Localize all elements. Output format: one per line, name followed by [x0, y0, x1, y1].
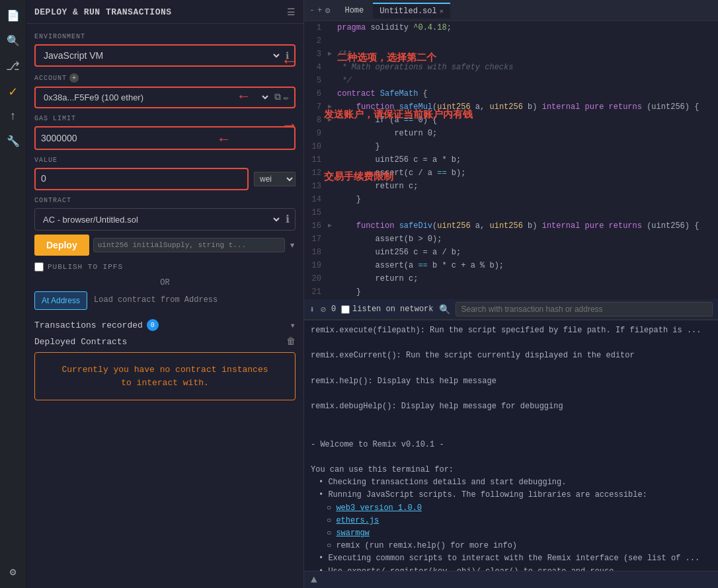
listen-checkbox[interactable] — [341, 305, 350, 314]
git-icon[interactable]: ⎇ — [3, 55, 24, 77]
gas-limit-box — [34, 126, 296, 150]
listen-network-row: listen on network — [341, 305, 433, 314]
transactions-expand-icon[interactable]: ▾ — [290, 320, 296, 331]
zoom-in-icon[interactable]: + — [317, 5, 323, 15]
settings-tab-icon[interactable]: ⚙ — [325, 5, 331, 16]
zoom-out-icon[interactable]: - — [309, 5, 315, 15]
right-panel: ← 二种选项，选择第二个 发送账户，请保证当前账户内有钱 → 交易手续费限制 -… — [304, 0, 718, 588]
tab-bar: - + ⚙ Home Untitled.sol ✕ — [304, 0, 718, 21]
environment-label: ENVIRONMENT — [34, 33, 296, 40]
terminal-line-blank6 — [311, 451, 711, 464]
contract-box: AC - browser/Untitled.sol ℹ — [34, 208, 296, 231]
deployed-label: Deployed Contracts — [34, 337, 127, 347]
code-line-4: 4 * Math operations with safety checks — [304, 61, 718, 74]
account-select[interactable]: 0x38a...F5Fe9 (100 ether) — [41, 92, 270, 103]
terminal-stop-icon[interactable]: ⊘ — [320, 304, 325, 315]
search-input[interactable] — [456, 302, 713, 316]
tab-home[interactable]: Home — [338, 3, 370, 18]
search-terminal-icon[interactable]: 🔍 — [439, 304, 450, 315]
file-icon[interactable]: 📄 — [3, 5, 24, 26]
code-line-21: 21 } — [304, 285, 718, 299]
account-row: 0x38a...F5Fe9 (100 ether) ⧉ ✏ — [41, 92, 289, 103]
terminal-count: 0 — [331, 305, 336, 314]
terminal[interactable]: remix.execute(filepath): Run the script … — [304, 320, 718, 571]
publish-checkbox[interactable] — [34, 262, 44, 272]
code-line-2: 2 — [304, 34, 718, 48]
deploy-panel: DEPLOY & RUN TRANSACTIONS ☰ ENVIRONMENT … — [26, 0, 304, 588]
at-address-button[interactable]: At Address — [34, 291, 87, 310]
terminal-download-icon[interactable]: ⬇ — [309, 304, 315, 315]
terminal-toolbar: ⬇ ⊘ 0 listen on network 🔍 — [304, 299, 718, 320]
code-editor[interactable]: 1 pragma solidity ^0.4.18; 2 3 ▶ /** 4 *… — [304, 21, 718, 299]
deploy-header: DEPLOY & RUN TRANSACTIONS ☰ — [26, 0, 303, 24]
panel-menu-icon[interactable]: ☰ — [287, 7, 296, 18]
value-label: VALUE — [34, 157, 296, 164]
account-icons: ⧉ ✏ — [274, 92, 289, 103]
tab-active[interactable]: Untitled.sol ✕ — [373, 3, 450, 18]
deployed-row: Deployed Contracts 🗑 — [34, 336, 296, 347]
deploy-button[interactable]: Deploy — [34, 235, 89, 256]
contract-select[interactable]: AC - browser/Untitled.sol — [40, 214, 282, 225]
contract-section: CONTRACT AC - browser/Untitled.sol ℹ — [34, 197, 296, 231]
terminal-line-blank2 — [311, 363, 711, 375]
code-line-5: 5 */ — [304, 74, 718, 87]
code-line-12: 12 assert(c / a == b); — [304, 166, 718, 180]
code-line-19: 19 assert(a == b * c + a % b); — [304, 259, 718, 272]
edit-icon[interactable]: ✏ — [284, 92, 289, 103]
account-plus-icon[interactable]: + — [69, 73, 79, 83]
swarmgw-link[interactable]: swarmgw — [336, 529, 369, 538]
terminal-line-blank4 — [311, 413, 711, 425]
code-line-14: 14 } — [304, 193, 718, 206]
terminal-line-execurrent: remix.exeCurrent(): Run the script curre… — [311, 349, 711, 362]
publish-label: PUBLISH TO IPFS — [48, 263, 123, 271]
code-line-18: 18 uint256 c = a / b; — [304, 246, 718, 259]
gas-limit-input[interactable] — [41, 131, 289, 145]
no-contracts-text: Currently you have no contract instances… — [61, 365, 268, 388]
terminal-line-blank3 — [311, 388, 711, 400]
code-line-13: 13 return c; — [304, 180, 718, 193]
code-line-11: 11 uint256 c = a * b; — [304, 153, 718, 166]
terminal-line-execute: remix.execute(filepath): Run the script … — [311, 324, 711, 337]
upload-icon[interactable]: ↑ — [3, 106, 24, 127]
environment-select[interactable]: JavaScript VM Injected Web3 Web3 Provide… — [41, 50, 282, 61]
expand-icon[interactable]: ▲ — [311, 574, 317, 586]
value-unit-select[interactable]: wei gwei finney ether — [254, 172, 296, 186]
deploy-expand-icon[interactable]: ▾ — [289, 239, 296, 252]
ethers-link[interactable]: ethers.js — [336, 516, 379, 525]
search-icon[interactable]: 🔍 — [3, 30, 24, 52]
check-icon[interactable]: ✓ — [3, 81, 24, 102]
terminal-sub-ethers: ○ ethers.js — [311, 515, 711, 527]
environment-box: JavaScript VM Injected Web3 Web3 Provide… — [34, 44, 296, 67]
code-line-20: 20 return c; — [304, 272, 718, 285]
load-contract-button[interactable]: Load contract from Address — [91, 291, 220, 310]
wrench-icon[interactable]: 🔧 — [3, 131, 24, 152]
terminal-line-help: remix.help(): Display this help message — [311, 375, 711, 388]
gas-limit-label: GAS LIMIT — [34, 115, 296, 122]
code-line-8: 8 ▶ if (a == 0) { — [304, 114, 718, 127]
settings-bottom-icon[interactable]: ⚙ — [3, 562, 24, 583]
code-line-7: 7 ▶ function safeMul(uint256 a, uint256 … — [304, 100, 718, 114]
account-label-row: ACCOUNT + — [34, 73, 296, 83]
code-line-15: 15 — [304, 206, 718, 219]
transactions-label: Transactions recorded 0 — [34, 319, 159, 331]
transactions-badge: 0 — [147, 319, 159, 331]
contract-info-icon[interactable]: ℹ — [286, 213, 290, 226]
copy-icon[interactable]: ⧉ — [274, 92, 281, 103]
code-line-17: 17 assert(b > 0); — [304, 233, 718, 246]
terminal-bullet-use-exports: • Use exports/.register(key, obj)/.clear… — [311, 566, 711, 571]
environment-select-row: JavaScript VM Injected Web3 Web3 Provide… — [41, 50, 289, 61]
web3-link[interactable]: web3 version 1.0.0 — [336, 503, 422, 513]
terminal-bullet-executing: • Executing common scripts to interact w… — [311, 552, 711, 565]
code-line-3: 3 ▶ /** — [304, 48, 718, 61]
code-line-9: 9 return 0; — [304, 127, 718, 140]
account-label: ACCOUNT — [34, 75, 67, 82]
terminal-line-use: You can use this terminal for: — [311, 464, 711, 476]
value-input[interactable] — [41, 173, 242, 184]
trash-icon[interactable]: 🗑 — [286, 336, 296, 347]
terminal-sub-web3: ○ web3 version 1.0.0 — [311, 502, 711, 515]
contract-label: CONTRACT — [34, 197, 296, 204]
deploy-body: ENVIRONMENT JavaScript VM Injected Web3 … — [26, 24, 303, 588]
environment-info-icon[interactable]: ℹ — [286, 50, 289, 61]
tab-close-icon[interactable]: ✕ — [440, 7, 444, 15]
terminal-line-blank1 — [311, 337, 711, 349]
